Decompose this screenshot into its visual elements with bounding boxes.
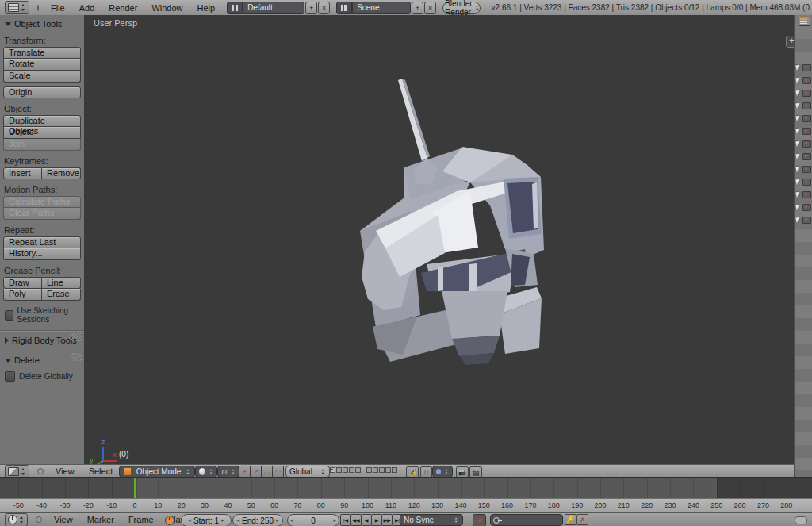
layer-toggle-6[interactable]	[366, 467, 372, 473]
end-frame-field[interactable]: ◂ End: 250 ▸	[232, 514, 283, 526]
translate-button[interactable]: Translate	[3, 47, 81, 59]
jump-to-start-button[interactable]: |◀	[340, 514, 351, 526]
current-frame-field[interactable]: ◂ 0 ▸	[287, 514, 339, 526]
editor-type-selector[interactable]	[5, 465, 29, 478]
menu-help[interactable]: Help	[190, 3, 223, 13]
outliner-object-row[interactable]	[795, 61, 812, 74]
layer-toggle-7[interactable]	[373, 467, 378, 473]
panel-resize-grip[interactable]	[71, 353, 82, 361]
prev-keyframe-button[interactable]: ◀◀	[350, 514, 362, 526]
panel-header-delete[interactable]: Delete	[0, 351, 84, 367]
menu-marker[interactable]: Marker	[80, 515, 121, 524]
restrict-select-icon[interactable]	[795, 77, 800, 83]
pivot-point-dropdown[interactable]: ⊙	[217, 466, 239, 478]
insert-keyframe-button[interactable]: Insert	[3, 167, 42, 179]
scale-button[interactable]: Scale	[3, 71, 81, 83]
layer-toggle-5[interactable]	[355, 467, 361, 473]
add-scene-button[interactable]: +	[412, 2, 423, 14]
outliner-region[interactable]	[794, 15, 812, 477]
outliner-object-row[interactable]	[795, 175, 812, 188]
keying-set-field[interactable]	[490, 514, 563, 526]
restrict-select-icon[interactable]	[795, 102, 800, 109]
increment-arrow-icon[interactable]: ▸	[219, 517, 227, 524]
outliner-object-row[interactable]	[795, 137, 812, 150]
header-scroll-pill[interactable]	[795, 516, 807, 524]
snap-element-dropdown[interactable]	[432, 466, 453, 478]
increment-arrow-icon[interactable]: ▸	[274, 517, 282, 524]
next-keyframe-button[interactable]: ▶▶	[381, 514, 393, 526]
add-layout-button[interactable]: +	[305, 2, 317, 14]
join-button[interactable]: Join	[3, 139, 81, 151]
layer-toggle-3[interactable]	[343, 467, 348, 473]
restrict-select-icon[interactable]	[795, 191, 800, 198]
layer-toggle-1[interactable]	[330, 467, 335, 473]
menu-select[interactable]: Select	[82, 466, 121, 476]
grease-poly-button[interactable]: Poly	[3, 289, 42, 301]
outliner-object-row[interactable]	[795, 188, 812, 201]
remove-keyframe-button[interactable]: Remove	[42, 167, 81, 179]
editor-type-selector[interactable]	[5, 1, 29, 14]
restrict-render-icon[interactable]	[802, 90, 811, 97]
restrict-render-icon[interactable]	[802, 166, 811, 173]
editor-type-selector[interactable]	[5, 513, 28, 526]
layer-toggle-4[interactable]	[349, 467, 354, 473]
collapse-menus-icon[interactable]	[36, 516, 42, 523]
menu-render[interactable]: Render	[102, 3, 144, 13]
delete-globally-checkbox[interactable]	[5, 371, 15, 382]
outliner-object-row[interactable]	[795, 99, 812, 112]
panel-resize-grip[interactable]	[71, 333, 82, 341]
manipulator-combo-button[interactable]: ◠	[272, 466, 284, 478]
outliner-object-row[interactable]	[795, 86, 812, 99]
decrement-arrow-icon[interactable]: ◂	[234, 517, 242, 524]
outliner-object-row[interactable]	[795, 74, 812, 86]
restrict-select-icon[interactable]	[795, 140, 800, 147]
restrict-render-icon[interactable]	[802, 191, 811, 198]
outliner-object-row[interactable]	[795, 163, 812, 175]
play-button[interactable]: ▶	[371, 514, 382, 526]
render-engine-dropdown[interactable]: Blender Render	[442, 2, 480, 14]
close-layout-button[interactable]: ×	[318, 2, 330, 14]
timeline-playhead[interactable]	[134, 478, 136, 499]
viewport-3d[interactable]: User Persp +	[84, 15, 794, 464]
menu-frame[interactable]: Frame	[121, 515, 161, 524]
restrict-select-icon[interactable]	[795, 90, 800, 96]
outliner-object-row[interactable]	[795, 150, 812, 163]
auto-keyframe-record-button[interactable]: ●	[473, 514, 486, 526]
menu-add[interactable]: Add	[72, 3, 102, 13]
restrict-select-icon[interactable]	[795, 217, 800, 223]
decrement-arrow-icon[interactable]: ◂	[186, 517, 193, 524]
calculate-paths-button[interactable]: Calculate Paths	[3, 196, 81, 208]
grease-line-button[interactable]: Line	[42, 277, 81, 289]
restrict-select-icon[interactable]	[795, 115, 800, 121]
restrict-select-icon[interactable]	[795, 166, 800, 172]
start-frame-field[interactable]: ◂ Start: 1 ▸	[181, 514, 232, 526]
play-reverse-button[interactable]: ◀	[361, 514, 372, 526]
outliner-object-row[interactable]	[795, 213, 812, 226]
restrict-render-icon[interactable]	[802, 64, 811, 71]
delete-button[interactable]: Delete	[3, 127, 81, 139]
mode-dropdown[interactable]: Object Mode	[119, 466, 195, 478]
sync-mode-dropdown[interactable]: No Sync	[400, 514, 463, 526]
manipulator-translate-button[interactable]: +	[239, 466, 251, 478]
snap-magnet-icon[interactable]: ∪	[420, 466, 432, 478]
menu-view[interactable]: View	[48, 466, 82, 476]
decrement-arrow-icon[interactable]: ◂	[288, 517, 296, 524]
model-robot-head[interactable]	[84, 15, 794, 464]
timeline-ruler[interactable]: -50-40-30-20-100102030405060708090100110…	[0, 498, 812, 513]
restrict-render-icon[interactable]	[802, 77, 811, 84]
clear-paths-button[interactable]: Clear Paths	[3, 208, 81, 220]
scene-field[interactable]: Scene	[352, 2, 411, 14]
screen-layout-field[interactable]: Default	[243, 2, 304, 14]
restrict-select-icon[interactable]	[795, 153, 800, 159]
grease-erase-button[interactable]: Erase	[42, 289, 81, 301]
panel-header-rigid-body-tools[interactable]: Rigid Body Tools	[0, 332, 84, 347]
screen-browse-button[interactable]	[227, 2, 243, 14]
scene-browse-button[interactable]	[336, 2, 352, 14]
restrict-render-icon[interactable]	[802, 128, 811, 135]
layer-toggle-8[interactable]	[379, 467, 385, 473]
menu-file[interactable]: File	[44, 3, 72, 13]
layer-toggle-2[interactable]	[336, 467, 342, 473]
only-selected-clock-icon[interactable]	[165, 516, 174, 525]
layer-toggle-9[interactable]	[385, 467, 391, 473]
increment-arrow-icon[interactable]: ▸	[331, 517, 339, 524]
